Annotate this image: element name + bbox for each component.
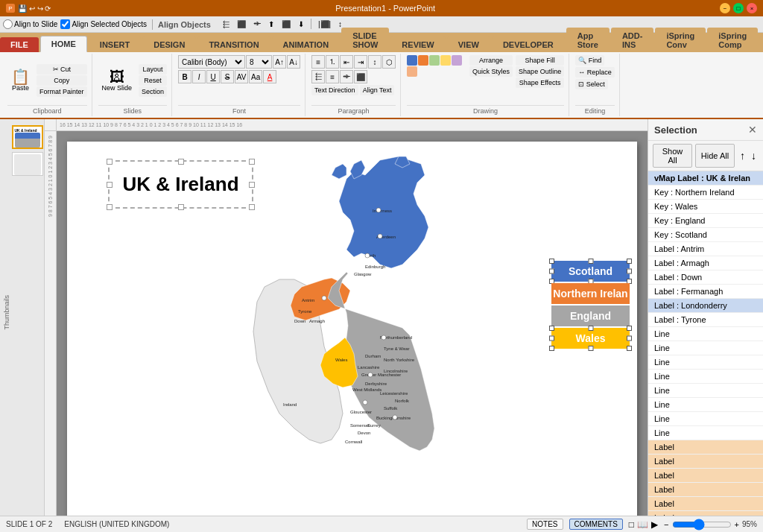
italic-button[interactable]: I xyxy=(192,70,206,83)
selection-list-item[interactable]: Key : England xyxy=(648,214,763,228)
decrease-font-btn[interactable]: A↓ xyxy=(287,55,300,69)
tab-appstore[interactable]: App Store xyxy=(566,28,610,52)
sort-desc-button[interactable]: ↓ xyxy=(749,144,759,168)
quick-styles-btn[interactable]: Quick Styles xyxy=(469,66,513,77)
layout-button[interactable]: Layout xyxy=(139,64,167,75)
slide-workspace[interactable]: UK & Ireland xyxy=(57,131,648,516)
selection-list-item[interactable]: Line xyxy=(648,327,763,341)
tab-developer[interactable]: DEVELOPER xyxy=(492,37,565,52)
select-btn[interactable]: ⊡ Select xyxy=(575,79,608,89)
increase-indent-btn[interactable]: ⇥ xyxy=(354,55,367,69)
align-center-btn[interactable]: ⬛ xyxy=(234,19,249,31)
tab-addins[interactable]: ADD-INS xyxy=(611,28,654,52)
align-top-btn[interactable]: ⬆ xyxy=(265,19,277,31)
title-textbox[interactable]: UK & Ireland xyxy=(108,160,253,209)
shape-fill-btn[interactable]: Shape Fill xyxy=(516,55,564,66)
arrange-btn[interactable]: Arrange xyxy=(469,55,513,66)
handle-bl[interactable] xyxy=(107,204,113,210)
shape-outline-btn[interactable]: Shape Outline xyxy=(516,66,564,77)
center-para-btn[interactable]: ≡ xyxy=(326,70,339,83)
shape-rect[interactable] xyxy=(407,55,417,66)
tab-animation[interactable]: ANIMATION xyxy=(272,37,341,52)
selection-list-item[interactable]: Line xyxy=(648,398,763,412)
reset-button[interactable]: Reset xyxy=(139,75,167,86)
align-right-btn[interactable]: ⬲ xyxy=(250,19,264,31)
tab-slideshow[interactable]: SLIDE SHOW xyxy=(341,28,389,52)
format-painter-button[interactable]: Format Painter xyxy=(37,86,87,97)
selection-list-item[interactable]: Line xyxy=(648,412,763,426)
handle-tl[interactable] xyxy=(107,159,113,165)
selection-list-item[interactable]: vMap Label : UK & Irelan xyxy=(648,171,763,186)
align-to-slide-radio[interactable] xyxy=(3,19,13,29)
view-slideshow-btn[interactable]: ▶ xyxy=(651,519,658,530)
align-bottom-btn[interactable]: ⬇ xyxy=(295,19,307,31)
handle-tr-wales[interactable] xyxy=(627,326,632,331)
handle-tm-scot[interactable] xyxy=(588,259,593,264)
tab-view[interactable]: VIEW xyxy=(447,37,490,52)
shape-arrow[interactable] xyxy=(440,55,451,66)
handle-tm-wales[interactable] xyxy=(588,326,593,331)
selection-list-item[interactable]: Label xyxy=(648,511,763,516)
strikethrough-button[interactable]: S xyxy=(221,70,234,83)
zoom-in-btn[interactable]: + xyxy=(735,520,739,529)
align-selected-objects-check[interactable]: Align Selected Objects xyxy=(60,19,147,29)
zoom-out-btn[interactable]: − xyxy=(664,520,668,529)
selection-panel-close[interactable]: ✕ xyxy=(748,124,757,136)
handle-ml-scot[interactable] xyxy=(549,269,554,274)
minimize-button[interactable]: − xyxy=(720,3,730,13)
view-normal-btn[interactable]: □ xyxy=(629,519,634,530)
font-color-button[interactable]: A xyxy=(263,70,276,83)
handle-tl-scot[interactable] xyxy=(549,259,554,264)
tab-ispring2[interactable]: iSpring Comp xyxy=(707,28,758,52)
selection-list-item[interactable]: Label : Londonderry xyxy=(648,299,763,313)
tab-review[interactable]: REVIEW xyxy=(390,37,445,52)
handle-ml-wales[interactable] xyxy=(549,336,554,341)
char-spacing-button[interactable]: AV xyxy=(235,70,248,83)
align-text-btn[interactable]: Align Text xyxy=(360,85,395,95)
handle-br-wales[interactable] xyxy=(627,346,632,351)
selection-list-item[interactable]: Line xyxy=(648,370,763,384)
handle-tl-wales[interactable] xyxy=(549,326,554,331)
close-button[interactable]: × xyxy=(747,3,757,13)
section-button[interactable]: Section xyxy=(139,86,167,97)
find-btn[interactable]: 🔍 Find xyxy=(575,55,604,66)
shape-callout[interactable] xyxy=(452,55,462,66)
selection-list-item[interactable]: Line xyxy=(648,355,763,370)
bullets-btn[interactable]: ≡ xyxy=(311,55,325,69)
handle-mr-scot[interactable] xyxy=(627,269,632,274)
thumbnail-2[interactable] xyxy=(12,152,43,176)
handle-bl-wales[interactable] xyxy=(549,346,554,351)
tab-home[interactable]: HOME xyxy=(40,36,87,52)
selection-list-item[interactable]: Label : Armagh xyxy=(648,256,763,270)
handle-bm-wales[interactable] xyxy=(588,346,593,351)
selection-list-item[interactable]: Label : Tyrone xyxy=(648,313,763,327)
show-all-button[interactable]: Show All xyxy=(653,144,692,168)
align-middle-btn[interactable]: ⬛ xyxy=(279,19,294,31)
tab-ispring[interactable]: iSpring Conv xyxy=(655,28,706,52)
paste-button[interactable]: 📋 Paste xyxy=(7,67,34,94)
selection-list-item[interactable]: Label xyxy=(648,440,763,455)
align-left-btn[interactable]: ⬱ xyxy=(220,19,232,31)
zoom-slider[interactable] xyxy=(672,522,732,528)
handle-bm[interactable] xyxy=(178,204,184,210)
selection-list-item[interactable]: Label xyxy=(648,455,763,469)
change-case-button[interactable]: Aa xyxy=(249,70,262,83)
handle-mr-wales[interactable] xyxy=(627,336,632,341)
shape-effects-btn[interactable]: Shape Effects xyxy=(516,77,564,88)
selection-list-item[interactable]: Key : Northern Ireland xyxy=(648,186,763,200)
handle-tr-scot[interactable] xyxy=(627,259,632,264)
tab-design[interactable]: DESIGN xyxy=(142,37,196,52)
shape-line[interactable] xyxy=(407,66,417,77)
selection-list-item[interactable]: Key : Wales xyxy=(648,200,763,214)
align-right-para-btn[interactable]: ⬲ xyxy=(340,70,353,83)
sort-asc-button[interactable]: ↑ xyxy=(738,144,747,168)
selection-list-item[interactable]: Label : Fermanagh xyxy=(648,285,763,299)
align-left-para-btn[interactable]: ⬱ xyxy=(311,70,325,83)
selection-list-item[interactable]: Line xyxy=(648,341,763,355)
selection-list-item[interactable]: Label xyxy=(648,497,763,511)
tab-mapprez[interactable]: MapPrez xyxy=(759,37,763,52)
handle-tm[interactable] xyxy=(178,159,184,165)
align-selected-objects-checkbox[interactable] xyxy=(60,19,70,29)
hide-all-button[interactable]: Hide All xyxy=(695,144,735,168)
selection-list-item[interactable]: Line xyxy=(648,384,763,398)
